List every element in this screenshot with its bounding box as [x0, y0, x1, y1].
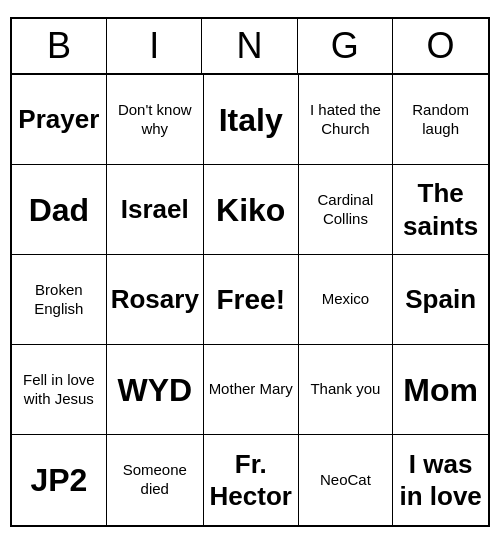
cell-r3-c4: Mom	[393, 345, 488, 435]
bingo-card: BINGO PrayerDon't know whyItalyI hated t…	[10, 17, 490, 527]
cell-r1-c2: Kiko	[204, 165, 299, 255]
cell-r1-c0: Dad	[12, 165, 107, 255]
cell-r3-c0: Fell in love with Jesus	[12, 345, 107, 435]
header-letter: B	[12, 19, 107, 73]
cell-r2-c1: Rosary	[107, 255, 204, 345]
header-letter: N	[202, 19, 297, 73]
cell-r0-c4: Random laugh	[393, 75, 488, 165]
header-letter: G	[298, 19, 393, 73]
cell-r4-c3: NeoCat	[299, 435, 394, 525]
cell-r0-c0: Prayer	[12, 75, 107, 165]
cell-r2-c2: Free!	[204, 255, 299, 345]
cell-r0-c3: I hated the Church	[299, 75, 394, 165]
cell-r1-c1: Israel	[107, 165, 204, 255]
cell-r0-c1: Don't know why	[107, 75, 204, 165]
cell-r3-c3: Thank you	[299, 345, 394, 435]
cell-r1-c3: Cardinal Collins	[299, 165, 394, 255]
bingo-header: BINGO	[12, 19, 488, 75]
cell-r4-c0: JP2	[12, 435, 107, 525]
cell-r2-c4: Spain	[393, 255, 488, 345]
cell-r2-c3: Mexico	[299, 255, 394, 345]
header-letter: I	[107, 19, 202, 73]
cell-r4-c1: Someone died	[107, 435, 204, 525]
cell-r3-c2: Mother Mary	[204, 345, 299, 435]
cell-r4-c4: I was in love	[393, 435, 488, 525]
bingo-grid: PrayerDon't know whyItalyI hated the Chu…	[12, 75, 488, 525]
cell-r2-c0: Broken English	[12, 255, 107, 345]
header-letter: O	[393, 19, 488, 73]
cell-r1-c4: The saints	[393, 165, 488, 255]
cell-r0-c2: Italy	[204, 75, 299, 165]
cell-r3-c1: WYD	[107, 345, 204, 435]
cell-r4-c2: Fr. Hector	[204, 435, 299, 525]
